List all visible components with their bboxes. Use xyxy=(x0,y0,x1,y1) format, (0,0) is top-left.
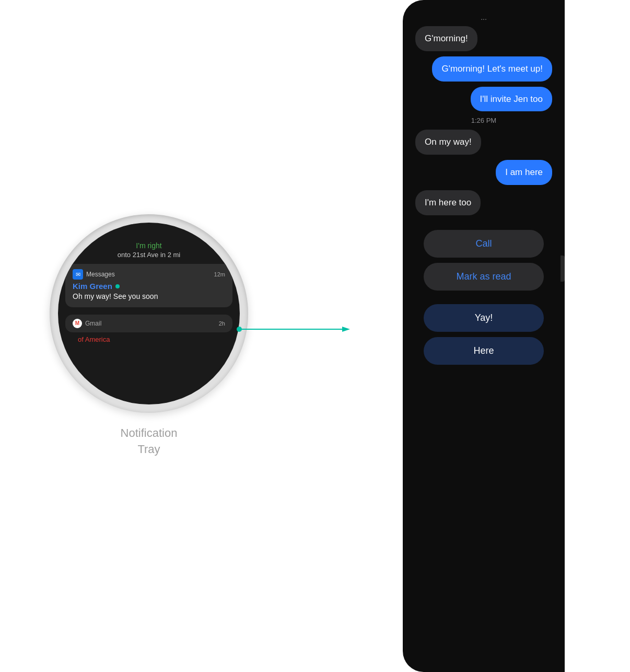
action-button-yay[interactable]: Yay! xyxy=(424,304,544,332)
action-button-call[interactable]: Call xyxy=(424,230,544,258)
gmail-time: 2h xyxy=(219,320,225,327)
message-bubble-i-am-here: I am here xyxy=(496,160,552,185)
message-timestamp-126pm: 1:26 PM xyxy=(415,117,552,124)
notification-tray-section: I'm right onto 21st Ave in 2 mi ✉ Messag… xyxy=(0,0,298,672)
messages-screen: ··· G'morning! G'morning! Let's meet up!… xyxy=(403,10,565,365)
nav-text-line2: onto 21st Ave in 2 mi xyxy=(58,251,240,259)
side-button[interactable] xyxy=(561,256,565,282)
message-bubble-im-here-too: I'm here too xyxy=(415,190,481,215)
notification-app-name: Messages xyxy=(86,271,115,278)
message-bubble-invite-jen: I'll invite Jen too xyxy=(471,87,552,112)
gmail-app-name: Gmail xyxy=(85,320,101,327)
messages-app-icon: ✉ xyxy=(73,269,83,280)
unread-dot xyxy=(115,284,120,288)
caption-text: Notification Tray xyxy=(121,425,178,458)
notification-card[interactable]: ✉ Messages 12m Kim Green Oh my way! See … xyxy=(65,264,232,307)
nav-text-line1: I'm right xyxy=(58,233,240,250)
action-button-here[interactable]: Here xyxy=(424,337,544,365)
watch-phone-section: ··· G'morning! G'morning! Let's meet up!… xyxy=(337,0,630,672)
message-bubble-gmorning-sent: G'morning! Let's meet up! xyxy=(432,56,552,82)
action-button-mark-as-read[interactable]: Mark as read xyxy=(424,263,544,291)
notification-message: Oh my way! See you soon xyxy=(73,292,225,302)
gmail-notification-card[interactable]: M Gmail 2h xyxy=(65,315,232,332)
watch-phone-frame: ··· G'morning! G'morning! Let's meet up!… xyxy=(403,0,565,672)
message-bubble-gmorning-received: G'morning! xyxy=(415,26,477,51)
message-bubble-on-my-way: On my way! xyxy=(415,130,481,155)
watch-circle: I'm right onto 21st Ave in 2 mi ✉ Messag… xyxy=(50,214,248,413)
partial-top-indicator: ··· xyxy=(415,10,552,23)
watch-inner-screen: I'm right onto 21st Ave in 2 mi ✉ Messag… xyxy=(58,223,240,404)
gmail-icon: M xyxy=(73,319,82,328)
caption-area: Notification Tray xyxy=(121,425,178,458)
gmail-preview-text: of America xyxy=(78,335,232,343)
notification-time: 12m xyxy=(214,271,225,277)
notification-sender: Kim Green xyxy=(73,282,225,291)
